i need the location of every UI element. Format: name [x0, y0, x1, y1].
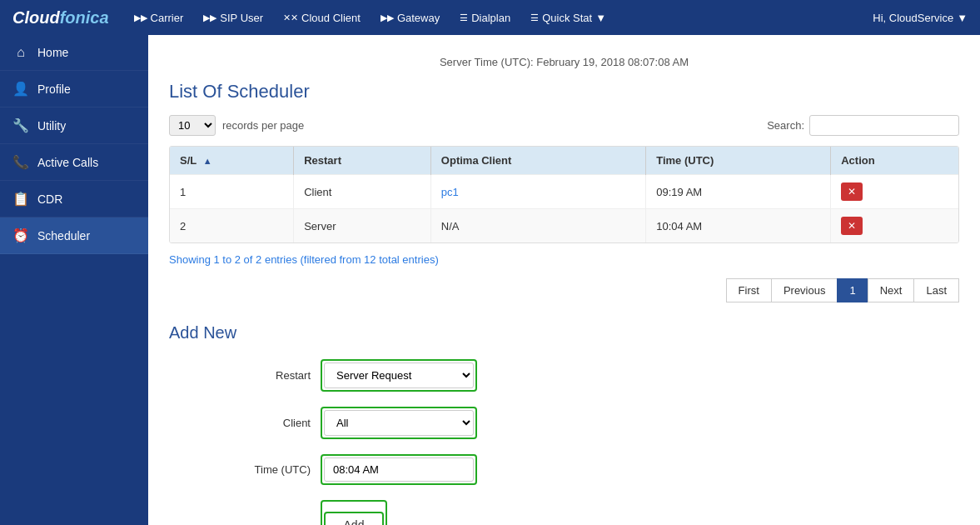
cdr-icon: 📋	[12, 191, 29, 207]
search-group: Search:	[767, 115, 959, 136]
table-controls: 10 25 50 100 records per page Search:	[169, 115, 959, 136]
page-title: List Of Scheduler	[169, 81, 959, 102]
add-new-title: Add New	[169, 323, 959, 342]
add-button-wrapper: Add	[321, 500, 388, 525]
time-wrapper	[321, 454, 477, 485]
cell-restart: Client	[294, 175, 431, 209]
nav-quickstat-label: Quick Stat	[542, 12, 592, 24]
client-field-group: Client All pc1 pc2	[236, 407, 959, 439]
cell-restart: Server	[294, 209, 431, 243]
sort-icon: ▲	[203, 156, 212, 166]
restart-field-group: Restart Server Request Client Server	[236, 359, 959, 392]
quickstat-dropdown-icon: ▼	[595, 12, 606, 24]
nav-links: ▶▶ Carrier ▶▶ SIP User ✕✕ Cloud Client ▶…	[126, 7, 873, 29]
showing-entries-text: Showing 1 to 2 of 2 entries (filtered fr…	[169, 253, 959, 266]
restart-label: Restart	[236, 369, 311, 382]
utility-icon: 🔧	[12, 118, 29, 133]
col-sl: S/L ▲	[170, 147, 294, 175]
add-button[interactable]: Add	[324, 512, 385, 525]
col-client: Optima Client	[430, 147, 645, 175]
cell-client: N/A	[430, 209, 645, 243]
search-label: Search:	[767, 119, 804, 132]
sidebar: ⌂ Home 👤 Profile 🔧 Utility 📞 Active Call…	[0, 35, 148, 525]
time-label: Time (UTC)	[236, 463, 311, 476]
sidebar-profile-label: Profile	[37, 82, 71, 96]
cell-client[interactable]: pc1	[430, 175, 645, 209]
pagination-first[interactable]: First	[726, 278, 772, 302]
logo: Cloudfonica	[12, 8, 109, 28]
table-row: 2 Server N/A 10:04 AM ✕	[170, 209, 958, 243]
cell-action: ✕	[831, 175, 958, 209]
user-dropdown-icon: ▼	[957, 12, 968, 24]
carrier-arrow-icon: ▶▶	[134, 12, 147, 23]
sidebar-scheduler-label: Scheduler	[37, 229, 90, 242]
pagination-next[interactable]: Next	[868, 278, 915, 302]
table-header-row: S/L ▲ Restart Optima Client Time (UTC) A…	[170, 147, 958, 175]
delete-button[interactable]: ✕	[841, 217, 863, 235]
sidebar-item-utility[interactable]: 🔧 Utility	[0, 108, 148, 144]
records-per-page-select[interactable]: 10 25 50 100	[169, 115, 216, 136]
sidebar-item-scheduler[interactable]: ⏰ Scheduler	[0, 218, 148, 254]
records-per-page-group: 10 25 50 100 records per page	[169, 115, 304, 136]
user-menu[interactable]: Hi, CloudService ▼	[873, 12, 968, 24]
gateway-arrow-icon: ▶▶	[381, 12, 394, 23]
sidebar-item-home[interactable]: ⌂ Home	[0, 35, 148, 71]
top-navigation: Cloudfonica ▶▶ Carrier ▶▶ SIP User ✕✕ Cl…	[0, 0, 980, 35]
nav-sip-label: SIP User	[220, 12, 263, 24]
col-action: Action	[831, 147, 958, 175]
search-input[interactable]	[809, 115, 959, 136]
profile-icon: 👤	[12, 81, 29, 97]
sidebar-home-label: Home	[37, 46, 68, 59]
nav-sip-user[interactable]: ▶▶ SIP User	[195, 7, 271, 29]
pagination-current[interactable]: 1	[837, 278, 868, 302]
pagination-last[interactable]: Last	[913, 278, 959, 302]
nav-gateway[interactable]: ▶▶ Gateway	[372, 7, 448, 29]
nav-cloud-client[interactable]: ✕✕ Cloud Client	[275, 7, 369, 29]
scheduler-table-wrapper: S/L ▲ Restart Optima Client Time (UTC) A…	[169, 146, 959, 243]
server-time: Server Time (UTC): February 19, 2018 08:…	[169, 48, 959, 81]
client-wrapper: All pc1 pc2	[321, 407, 477, 439]
main-content: Server Time (UTC): February 19, 2018 08:…	[148, 35, 980, 525]
cloud-arrow-icon: ✕✕	[283, 12, 298, 23]
nav-gateway-label: Gateway	[397, 12, 440, 24]
nav-quickstat[interactable]: ☰ Quick Stat ▼	[522, 7, 614, 29]
nav-carrier-label: Carrier	[151, 12, 184, 24]
pagination-previous[interactable]: Previous	[771, 278, 838, 302]
time-field-group: Time (UTC)	[236, 454, 959, 485]
delete-button[interactable]: ✕	[841, 182, 863, 201]
restart-select[interactable]: Server Request Client Server	[324, 362, 474, 388]
records-label: records per page	[222, 119, 304, 132]
dialplan-icon: ☰	[460, 12, 468, 23]
sidebar-item-profile[interactable]: 👤 Profile	[0, 71, 148, 108]
sidebar-item-active-calls[interactable]: 📞 Active Calls	[0, 144, 148, 181]
sidebar-cdr-label: CDR	[37, 192, 62, 206]
table-body: 1 Client pc1 09:19 AM ✕ 2 Server N/A 10:…	[170, 175, 958, 243]
user-label: Hi, CloudService	[873, 12, 953, 24]
nav-dialplan-label: Dialplan	[471, 12, 510, 24]
client-select[interactable]: All pc1 pc2	[324, 410, 474, 436]
sip-arrow-icon: ▶▶	[203, 12, 216, 23]
nav-carrier[interactable]: ▶▶ Carrier	[126, 7, 192, 29]
table-row: 1 Client pc1 09:19 AM ✕	[170, 175, 958, 209]
quickstat-icon: ☰	[530, 12, 539, 23]
sidebar-utility-label: Utility	[37, 119, 66, 132]
client-link[interactable]: pc1	[441, 186, 459, 198]
nav-dialplan[interactable]: ☰ Dialplan	[451, 7, 519, 29]
client-label: Client	[236, 417, 311, 429]
nav-cloud-label: Cloud Client	[301, 12, 361, 24]
cell-sl: 1	[170, 175, 294, 209]
cell-sl: 2	[170, 209, 294, 243]
col-restart: Restart	[294, 147, 431, 175]
pagination: First Previous 1 Next Last	[169, 278, 959, 302]
home-icon: ⌂	[12, 45, 29, 60]
sidebar-active-calls-label: Active Calls	[37, 156, 98, 169]
active-calls-icon: 📞	[12, 154, 29, 170]
scheduler-icon: ⏰	[12, 228, 29, 243]
sidebar-item-cdr[interactable]: 📋 CDR	[0, 181, 148, 218]
scheduler-table: S/L ▲ Restart Optima Client Time (UTC) A…	[170, 147, 958, 242]
col-time: Time (UTC)	[646, 147, 831, 175]
cell-time: 10:04 AM	[646, 209, 831, 243]
cell-time: 09:19 AM	[646, 175, 831, 209]
restart-wrapper: Server Request Client Server	[321, 359, 477, 392]
time-input[interactable]	[324, 458, 474, 482]
